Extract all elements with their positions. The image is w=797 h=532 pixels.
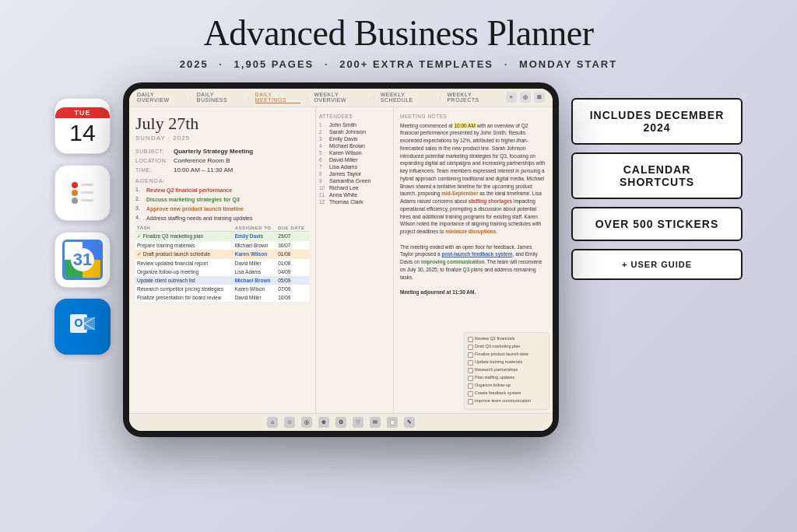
nav-icon-2[interactable]: ◎ [520,92,531,103]
agenda-text-4: Address staffing needs and training upda… [146,215,252,222]
task-due: 07/09 [276,285,309,293]
bottom-icon-5[interactable]: ⚙ [335,417,346,428]
bottom-icon-9[interactable]: ✎ [404,417,415,428]
location-value: Conference Room B [174,157,230,164]
task-name: Finalize presentation for board review [135,293,233,302]
reminder-dot-1 [72,183,93,187]
list-item: 6 David Miller [319,157,390,163]
time-value: 10:00 AM – 11:30 AM [174,166,233,173]
google-calendar-app-icon[interactable]: 31 [54,232,111,288]
list-item: 1 John Smith [319,122,390,128]
task-name: ✓ Finalize Q3 marketing plan [135,231,233,241]
task-assigned: Emily Davis [233,231,276,241]
task-name: ✓ Draft product launch schedule [135,250,233,259]
bottom-icon-4[interactable]: ⊕ [318,417,329,428]
list-item: Review Q2 financials [468,336,546,342]
agenda-item-4: 4. Address staffing needs and training u… [135,215,309,222]
feature-panel-user-guide-text: + USER GUIDE [585,260,729,269]
nav-daily-meetings[interactable]: DAILY MEETINGS [255,92,300,103]
nav-weekly-overview[interactable]: WEEKLY OVERVIEW [314,92,367,103]
bottom-icon-1[interactable]: ⌂ [267,417,278,428]
issue-highlight: staffing shortages [469,198,512,204]
table-row: Review updated financial report David Mi… [135,259,309,268]
time-row: TIME: 10:00 AM – 11:30 AM [135,166,309,173]
task-due: 04/09 [276,268,309,276]
left-app-icons: TUE 14 31 [54,98,111,355]
subtitle-start: MONDAY START [519,58,617,70]
bottom-icon-6[interactable]: ♡ [353,417,363,428]
list-item: Draft Q3 marketing plan [468,344,546,350]
feature-panel-stickers-text: OVER 500 STICKERS [585,218,729,230]
tablet-nav-bar[interactable]: DAILY OVERVIEW | DAILY BUSINESS | DAILY … [129,89,553,107]
time-highlight: 10:00 AM [454,123,475,128]
table-row: ✓ Finalize Q3 marketing plan Emily Davis… [135,231,309,241]
agenda-text-1: Review Q2 financial performance [146,187,232,194]
outlook-logo-icon: O [67,308,98,339]
outlook-app-icon[interactable]: O [54,299,111,355]
feature-panel-calendar-shortcuts: CALENDAR SHORTCUTS [571,152,743,199]
notes-panel: MEETING NOTES Meeting commenced at 10:00… [394,107,553,413]
subtitle-pages: 1,905 PAGES [234,58,314,70]
location-row: LOCATION: Conference Room B [135,157,309,164]
task-assigned: David Miller [233,293,276,302]
list-item: Plan staffing updates [468,375,546,381]
agenda-num-3: 3. [135,205,143,211]
table-row: Research competitor pricing strategies K… [135,285,309,293]
agenda-text-3: Approve new product launch timeline [146,205,244,212]
col-task: TASK [135,225,233,232]
page-header: Advanced Business Planner 2025 · 1,905 P… [0,0,797,76]
bottom-icon-2[interactable]: ☆ [284,417,295,428]
table-row: Update client outreach list Michael Brow… [135,276,309,285]
table-row: ✓ Draft product launch schedule Karen Wi… [135,250,309,259]
tablet-screen: DAILY OVERVIEW | DAILY BUSINESS | DAILY … [129,89,553,431]
content-area: July 27th SUNDAY · 2025 SUBJECT: Quarter… [129,107,553,413]
nav-weekly-schedule[interactable]: WEEKLY SCHEDULE [381,92,434,103]
orange-dot-icon [72,190,78,196]
emily-highlight: improving communication [421,259,484,264]
list-item: 11 Anna White [319,192,390,198]
subtitle-templates: 200+ EXTRA TEMPLATES [339,58,493,70]
task-due: 01/08 [276,250,309,259]
feature-panel-user-guide: + USER GUIDE [571,249,743,280]
reminder-dot-3 [72,198,93,203]
proposal-highlight: post-launch feedback system [441,251,512,257]
agenda-num-4: 4. [135,215,143,220]
tasks-table: TASK ASSIGNED TO DUE DATE ✓ Finalize Q3 … [135,225,309,302]
notes-label: MEETING NOTES [400,114,546,119]
list-item: 8 James Taylor [319,171,390,177]
time-label: TIME: [135,167,170,173]
task-name: Research competitor pricing strategies [135,285,233,293]
col-assigned: ASSIGNED TO [233,225,276,232]
agenda-section-title: AGENDA: [135,178,309,184]
calendar-app-icon[interactable]: TUE 14 [54,98,111,154]
task-name: Review updated financial report [135,259,233,268]
table-row: Prepare training materials Michael Brown… [135,241,309,250]
nav-icon-3[interactable]: ⊞ [534,92,545,103]
nav-icon-1[interactable]: ≡ [506,92,517,103]
subject-label: SUBJECT: [135,149,170,154]
notes-content: Meeting commenced at 10:00 AM with an ov… [400,122,546,296]
bottom-icon-3[interactable]: ◎ [301,417,312,428]
attendees-label: ATTENDEES [319,114,390,119]
svg-text:O: O [75,317,83,329]
action-highlight: minimize disruptions [445,229,496,234]
date-highlight: mid-September [441,191,478,196]
gray-dot-icon [72,198,78,204]
col-due: DUE DATE [276,225,309,232]
nav-weekly-projects[interactable]: WEEKLY PROJECTS [447,92,500,103]
task-due: 29/07 [276,231,309,241]
tablet-device: DAILY OVERVIEW | DAILY BUSINESS | DAILY … [123,82,559,437]
reminders-app-icon[interactable] [54,165,111,221]
feature-panel-december: INCLUDES DECEMBER 2024 [571,98,743,145]
nav-daily-overview[interactable]: DAILY OVERVIEW [137,92,183,103]
calendar-day-num: 14 [69,121,95,145]
bottom-icon-8[interactable]: 📋 [387,417,398,428]
task-assigned: Karen Wilson [233,285,276,293]
adjournment-text: Meeting adjourned at 11:30 AM. [400,289,476,295]
nav-daily-business[interactable]: DAILY BUSINESS [197,92,241,103]
reminder-dot-2 [72,191,93,195]
list-item: 10 Richard Lee [319,185,390,191]
main-content: TUE 14 31 [0,82,797,437]
bottom-icon-7[interactable]: ✉ [370,417,381,428]
dot1: · [219,58,223,70]
